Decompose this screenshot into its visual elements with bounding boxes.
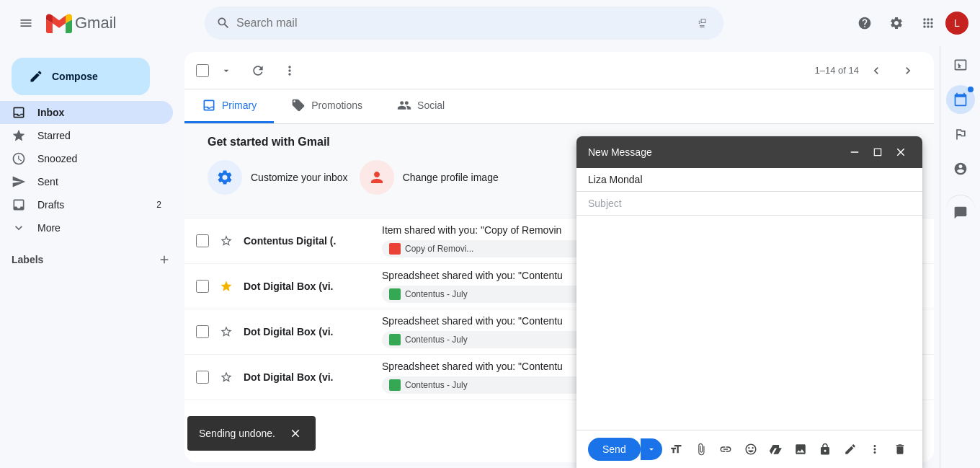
subject-field[interactable]: Subject: [576, 192, 922, 216]
attachment-icon: [389, 288, 401, 300]
sent-icon: [12, 175, 26, 189]
signature-button[interactable]: [839, 436, 861, 462]
topbar: Gmail L: [0, 0, 980, 46]
toast-message: Sending undone.: [199, 428, 275, 439]
email-checkbox[interactable]: [196, 371, 209, 384]
attachment-label: Contentus - July: [405, 289, 468, 299]
sidebar-item-snoozed[interactable]: Snoozed: [0, 147, 173, 170]
avatar[interactable]: L: [945, 12, 968, 35]
apps-button[interactable]: [914, 9, 943, 37]
email-sender: Dot Digital Box (vi.: [244, 281, 373, 292]
primary-tab-icon: [202, 98, 216, 112]
tab-primary[interactable]: Primary: [184, 89, 274, 123]
gmail-logo: Gmail: [46, 14, 116, 33]
search-input[interactable]: [236, 17, 683, 30]
inbox-icon: [12, 105, 26, 120]
email-checkbox[interactable]: [196, 280, 209, 293]
sidebar-item-more-label: More: [37, 222, 161, 234]
next-page-button[interactable]: [894, 56, 922, 85]
labels-section-header: Labels: [0, 245, 184, 274]
emoji-button[interactable]: [739, 436, 762, 462]
sidebar-item-inbox-label: Inbox: [37, 107, 161, 118]
change-profile-icon-wrap: [360, 160, 394, 195]
discard-compose-button[interactable]: [888, 436, 911, 462]
tab-promotions-label: Promotions: [311, 100, 362, 111]
advanced-search-button[interactable]: [689, 9, 718, 37]
drafts-count: 2: [156, 200, 161, 210]
search-bar: [205, 6, 723, 40]
contacts-button[interactable]: [946, 154, 975, 183]
email-sender: Contentus Digital (.: [244, 235, 373, 247]
toast-close-button[interactable]: [287, 425, 304, 442]
prev-page-button[interactable]: [862, 56, 891, 85]
social-tab-icon: [397, 98, 411, 112]
sidebar-item-more[interactable]: More: [0, 216, 173, 239]
sidebar-item-drafts[interactable]: Drafts 2: [0, 193, 173, 216]
tab-social[interactable]: Social: [380, 89, 462, 123]
tab-promotions[interactable]: Promotions: [274, 89, 380, 123]
lock-button[interactable]: [814, 436, 837, 462]
close-compose-button[interactable]: [891, 142, 911, 162]
message-body[interactable]: [576, 216, 922, 430]
refresh-button[interactable]: [244, 56, 272, 85]
email-sender: Dot Digital Box (vi.: [244, 326, 373, 337]
attachment-label: Contentus - July: [405, 335, 468, 345]
chat-button[interactable]: [946, 195, 975, 224]
starred-icon: [12, 128, 26, 143]
new-message-header[interactable]: New Message: [576, 136, 922, 168]
compose-button[interactable]: Compose: [12, 58, 150, 95]
sidebar: Compose Inbox Starred Snoozed Sent: [0, 46, 184, 468]
drafts-icon: [12, 198, 26, 212]
menu-icon[interactable]: [12, 9, 40, 37]
star-button[interactable]: [218, 232, 235, 250]
star-button[interactable]: [218, 278, 235, 295]
compose-icon: [29, 69, 43, 84]
sidebar-item-drafts-label: Drafts: [37, 199, 145, 211]
to-field[interactable]: Liza Mondal: [576, 168, 922, 192]
email-checkbox[interactable]: [196, 234, 209, 247]
sidebar-item-sent[interactable]: Sent: [0, 170, 173, 193]
snoozed-icon: [12, 151, 26, 166]
more-compose-options-button[interactable]: [864, 436, 886, 462]
calendar-button[interactable]: [946, 85, 975, 114]
link-button[interactable]: [715, 436, 737, 462]
search-icon: [216, 16, 231, 30]
photo-insert-button[interactable]: [789, 436, 811, 462]
formatting-button[interactable]: [665, 436, 687, 462]
settings-button[interactable]: [882, 9, 911, 37]
page-info: 1–14 of 14: [815, 65, 859, 76]
customize-inbox-icon-wrap: [208, 160, 242, 195]
send-label: Send: [602, 443, 626, 455]
star-button[interactable]: [218, 368, 235, 386]
attachment-label: Contentus - July: [405, 380, 468, 390]
labels-title: Labels: [12, 254, 43, 265]
person-icon: [368, 169, 386, 186]
topbar-left: Gmail: [12, 9, 199, 37]
compose-footer: Send: [576, 430, 922, 468]
attachment-icon: [389, 334, 401, 345]
sidebar-item-starred[interactable]: Starred: [0, 124, 173, 147]
new-message-title: New Message: [588, 146, 652, 158]
attachment-label: Copy of Removi...: [405, 244, 473, 254]
drive-insert-button[interactable]: [765, 436, 787, 462]
send-button[interactable]: Send: [588, 438, 641, 461]
gs-item-customize[interactable]: Customize your inbox: [208, 160, 348, 195]
maximize-button[interactable]: [868, 142, 888, 162]
calendar-badge: [968, 87, 974, 92]
gs-item-profile[interactable]: Change profile image: [360, 160, 499, 195]
attach-button[interactable]: [690, 436, 712, 462]
sidebar-item-inbox[interactable]: Inbox: [0, 101, 173, 124]
help-button[interactable]: [850, 9, 879, 37]
meet-button[interactable]: [946, 50, 975, 79]
more-toolbar-button[interactable]: [275, 56, 304, 85]
attachment-icon: [389, 379, 401, 391]
tasks-button[interactable]: [946, 120, 975, 149]
select-dropdown-button[interactable]: [212, 56, 241, 85]
email-checkbox[interactable]: [196, 325, 209, 338]
star-button[interactable]: [218, 323, 235, 340]
select-all-checkbox[interactable]: [196, 64, 209, 77]
sidebar-item-sent-label: Sent: [37, 176, 161, 187]
minimize-button[interactable]: [845, 142, 865, 162]
send-more-options-button[interactable]: [641, 438, 662, 460]
add-label-button[interactable]: [156, 251, 173, 268]
